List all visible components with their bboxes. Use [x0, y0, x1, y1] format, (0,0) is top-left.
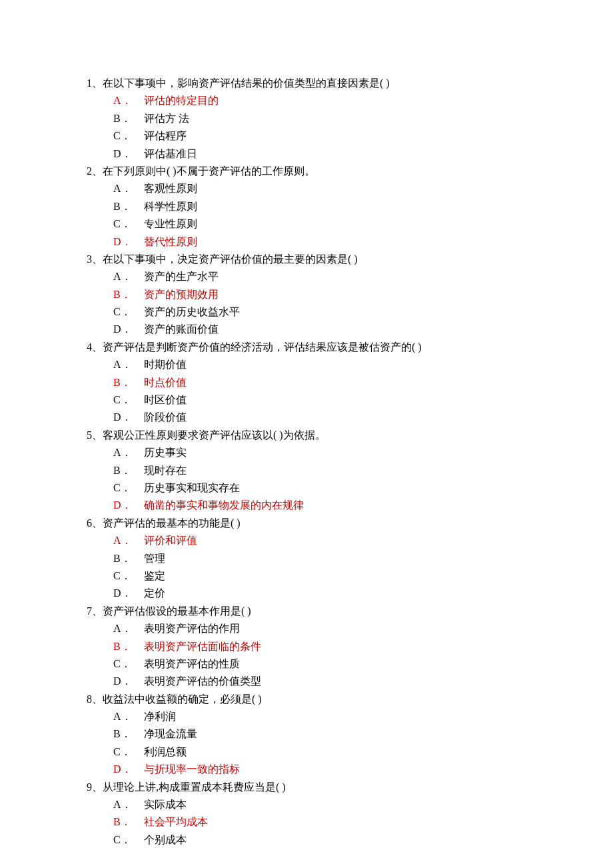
option-text: 评估程序	[144, 127, 187, 145]
option-text: 鉴定	[144, 567, 165, 585]
option-text: 管理	[144, 550, 165, 567]
option-list: A．净利润B．净现金流量C．利润总额D．与折现率一致的指标	[87, 708, 526, 779]
option-letter: C．	[113, 655, 144, 673]
question: 4、资产评估是判断资产价值的经济活动，评估结果应该是被估资产的( )A．时期价值…	[87, 339, 526, 427]
option: A．净利润	[113, 708, 526, 725]
option-text: 与折现率一致的指标	[144, 761, 240, 778]
option-text: 净利润	[144, 708, 176, 725]
option-text: 资产的预期效用	[144, 286, 219, 303]
option-letter: D．	[113, 233, 144, 251]
option: D．评估基准日	[113, 145, 526, 163]
option: B．表明资产评估面临的条件	[113, 638, 526, 655]
question-text: 5、客观公正性原则要求资产评估应该以( )为依据。	[87, 427, 526, 444]
option-letter: B．	[113, 286, 144, 303]
question-text: 3、在以下事项中，决定资产评估价值的最主要的因素是( )	[87, 251, 526, 268]
option-text: 替代性原则	[144, 233, 197, 251]
option-letter: C．	[113, 567, 144, 585]
option-text: 实际成本	[144, 796, 187, 813]
option-letter: A．	[113, 796, 144, 813]
option: D．替代性原则	[113, 233, 526, 251]
option: C．利润总额	[113, 743, 526, 761]
option-letter: C．	[113, 215, 144, 233]
option: C．时区价值	[113, 391, 526, 409]
option-letter: C．	[113, 479, 144, 497]
option-letter: A．	[113, 92, 144, 109]
option-letter: D．	[113, 145, 144, 163]
option: A．客观性原则	[113, 180, 526, 197]
question-text: 7、资产评估假设的最基本作用是( )	[87, 603, 526, 620]
option: B．科学性原则	[113, 198, 526, 215]
option-letter: C．	[113, 391, 144, 409]
option: B．社会平均成本	[113, 813, 526, 831]
option-text: 确凿的事实和事物发展的内在规律	[144, 497, 304, 514]
option-letter: A．	[113, 356, 144, 373]
option-text: 利润总额	[144, 743, 187, 761]
option-list: A．时期价值B．时点价值C．时区价值D．阶段价值	[87, 356, 526, 427]
option-letter: A．	[113, 180, 144, 197]
question-text: 4、资产评估是判断资产价值的经济活动，评估结果应该是被估资产的( )	[87, 339, 526, 356]
option: A．实际成本	[113, 796, 526, 813]
option-text: 时期价值	[144, 356, 187, 373]
option-text: 时点价值	[144, 374, 187, 391]
option-letter: A．	[113, 532, 144, 549]
question: 1、在以下事项中，影响资产评估结果的价值类型的直接因素是( )A．评估的特定目的…	[87, 75, 526, 163]
option: B．管理	[113, 550, 526, 567]
option-letter: C．	[113, 303, 144, 321]
option: A．评估的特定目的	[113, 92, 526, 109]
option-letter: C．	[113, 743, 144, 761]
option-text: 历史事实	[144, 444, 187, 461]
option: C．评估程序	[113, 127, 526, 145]
option: B．现时存在	[113, 462, 526, 479]
option: D．与折现率一致的指标	[113, 761, 526, 778]
question: 8、收益法中收益额的确定，必须是( )A．净利润B．净现金流量C．利润总额D．与…	[87, 691, 526, 779]
question-text: 6、资产评估的最基本的功能是( )	[87, 515, 526, 532]
option: D．表明资产评估的价值类型	[113, 673, 526, 690]
option-list: A．历史事实B．现时存在C．历史事实和现实存在D．确凿的事实和事物发展的内在规律	[87, 444, 526, 515]
option-text: 评估方 法	[144, 110, 189, 127]
option-letter: B．	[113, 638, 144, 655]
option-text: 专业性原则	[144, 215, 197, 233]
option-letter: B．	[113, 550, 144, 567]
option: C．专业性原则	[113, 215, 526, 233]
question: 7、资产评估假设的最基本作用是( )A．表明资产评估的作用B．表明资产评估面临的…	[87, 603, 526, 691]
option-letter: C．	[113, 127, 144, 145]
option: D．阶段价值	[113, 409, 526, 426]
option-text: 客观性原则	[144, 180, 197, 197]
option: C．资产的历史收益水平	[113, 303, 526, 321]
option: A．资产的生产水平	[113, 268, 526, 285]
option: A．评价和评值	[113, 532, 526, 549]
question-text: 9、从理论上讲,构成重置成本耗费应当是( )	[87, 779, 526, 796]
option: A．表明资产评估的作用	[113, 620, 526, 637]
option: B．资产的预期效用	[113, 286, 526, 303]
option: C．个别成本	[113, 831, 526, 849]
option-list: A．客观性原则B．科学性原则C．专业性原则D．替代性原则	[87, 180, 526, 251]
option-text: 定价	[144, 585, 165, 602]
option-letter: A．	[113, 620, 144, 637]
option: C．鉴定	[113, 567, 526, 585]
option-text: 评估的特定目的	[144, 92, 219, 109]
option-text: 个别成本	[144, 831, 187, 849]
option-list: A．资产的生产水平B．资产的预期效用C．资产的历史收益水平D．资产的账面价值	[87, 268, 526, 339]
option-text: 资产的历史收益水平	[144, 303, 240, 321]
option-list: A．实际成本B．社会平均成本C．个别成本	[87, 796, 526, 849]
option-text: 表明资产评估的作用	[144, 620, 240, 637]
option-letter: B．	[113, 198, 144, 215]
option-text: 时区价值	[144, 391, 187, 409]
option-text: 评价和评值	[144, 532, 197, 549]
option-text: 表明资产评估的价值类型	[144, 673, 261, 690]
question: 6、资产评估的最基本的功能是( )A．评价和评值B．管理C．鉴定D．定价	[87, 515, 526, 603]
option-list: A．表明资产评估的作用B．表明资产评估面临的条件C．表明资产评估的性质D．表明资…	[87, 620, 526, 691]
question-text: 1、在以下事项中，影响资产评估结果的价值类型的直接因素是( )	[87, 75, 526, 92]
option: A．历史事实	[113, 444, 526, 461]
option-text: 科学性原则	[144, 198, 197, 215]
question-text: 8、收益法中收益额的确定，必须是( )	[87, 691, 526, 708]
option-letter: D．	[113, 673, 144, 690]
option-letter: D．	[113, 585, 144, 602]
option: B．净现金流量	[113, 725, 526, 743]
option-text: 净现金流量	[144, 725, 197, 743]
option: B．评估方 法	[113, 110, 526, 127]
option-text: 资产的生产水平	[144, 268, 219, 285]
option-letter: A．	[113, 268, 144, 285]
option-letter: A．	[113, 444, 144, 461]
option: C．历史事实和现实存在	[113, 479, 526, 497]
